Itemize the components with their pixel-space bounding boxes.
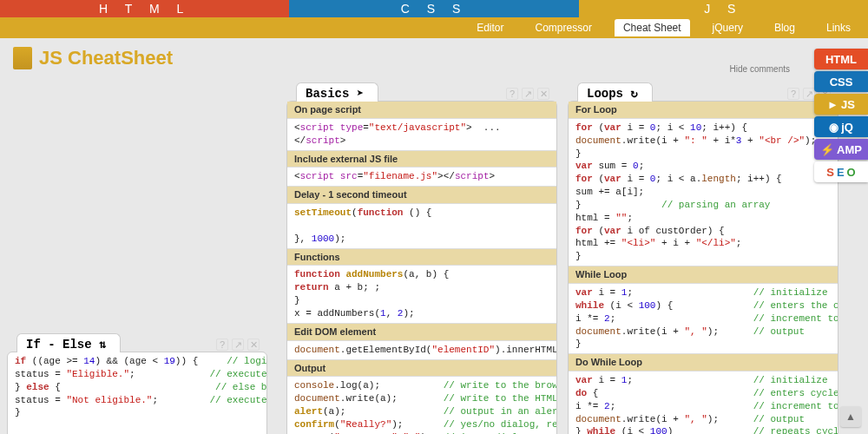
side-badge-js[interactable]: ►JS xyxy=(814,94,868,115)
section-header: Do While Loop xyxy=(569,353,838,372)
card-loops: Loops ↻ ? ↗ ✕ For Loop for (var i = 0; i… xyxy=(568,101,838,434)
subnav-blog[interactable]: Blog xyxy=(766,19,804,36)
arrow-up-icon: ▲ xyxy=(845,411,856,423)
top-tab-css[interactable]: C S S xyxy=(289,0,578,17)
code-block: <script src="filename.js"></script> xyxy=(287,168,556,186)
code-block: function addNumbers(a, b) { return a + b… xyxy=(287,266,556,322)
globe-icon: ◉ xyxy=(829,121,838,134)
link-icon[interactable]: ↗ xyxy=(522,88,534,100)
help-icon[interactable]: ? xyxy=(216,339,228,351)
side-badge-jquery[interactable]: ◉jQ xyxy=(814,116,868,137)
side-badges: HTML CSS ►JS ◉jQ ⚡AMP SEO xyxy=(814,49,868,182)
link-icon[interactable]: ↗ xyxy=(803,88,815,100)
lightning-icon: ⚡ xyxy=(820,143,834,156)
section-header: Output xyxy=(287,359,556,378)
code-block: document.getElementById("elementID").inn… xyxy=(287,341,556,359)
section-header: On page script xyxy=(287,102,556,119)
card-actions: ? ↗ ✕ xyxy=(506,88,549,100)
card-body: On page script <script type="text/javasc… xyxy=(287,102,556,434)
side-badge-amp[interactable]: ⚡AMP xyxy=(814,139,868,160)
subnav-jquery[interactable]: jQuery xyxy=(704,19,752,36)
card-title-ifelse: If - Else ⇅ xyxy=(16,333,121,352)
top-tab-js[interactable]: J S xyxy=(579,0,868,17)
close-icon[interactable]: ✕ xyxy=(537,88,549,100)
card-basics: Basics ➤ ? ↗ ✕ On page script <script ty… xyxy=(286,101,557,434)
section-header: Edit DOM element xyxy=(287,323,556,341)
section-header: For Loop xyxy=(569,102,838,119)
hide-comments-button[interactable]: Hide comments xyxy=(730,64,790,74)
logo-row: JS CheatSheet xyxy=(13,47,855,69)
card-title-loops: Loops ↻ xyxy=(577,82,653,102)
bag-icon xyxy=(13,47,32,69)
help-icon[interactable]: ? xyxy=(506,88,518,100)
help-icon[interactable]: ? xyxy=(787,88,799,100)
section-header: While Loop xyxy=(569,266,838,284)
code-block: for (var i = 0; i < 10; i++) { document.… xyxy=(569,119,838,266)
close-icon[interactable]: ✕ xyxy=(247,339,260,351)
card-body: For Loop for (var i = 0; i < 10; i++) { … xyxy=(569,102,838,434)
side-badge-seo[interactable]: SEO xyxy=(814,161,868,182)
side-badge-css[interactable]: CSS xyxy=(814,71,868,92)
card-title-basics: Basics ➤ xyxy=(296,82,378,102)
card-body: if ((age >= 14) && (age < 19)) { // logi… xyxy=(8,352,266,422)
code-block: var i = 1; // initialize do { // enters … xyxy=(569,372,838,434)
back-to-top-button[interactable]: ▲ xyxy=(840,406,861,427)
top-tab-html[interactable]: H T M L xyxy=(0,0,289,17)
link-icon[interactable]: ↗ xyxy=(232,339,244,351)
section-header: Include external JS file xyxy=(287,150,556,168)
section-header: Delay - 1 second timeout xyxy=(287,186,556,204)
subnav-editor[interactable]: Editor xyxy=(468,19,512,36)
code-block: if ((age >= 14) && (age < 19)) { // logi… xyxy=(8,352,266,422)
page-title: JS CheatSheet xyxy=(39,47,173,69)
code-block: <script type="text/javascript"> ... </sc… xyxy=(287,119,556,150)
code-block: console.log(a); // write to the browser … xyxy=(287,377,556,434)
section-header: Functions xyxy=(287,248,556,266)
subnav-cheatsheet[interactable]: Cheat Sheet xyxy=(615,19,690,36)
code-block: setTimeout(function () { }, 1000); xyxy=(287,204,556,248)
page: JS CheatSheet Hide comments xyxy=(0,38,868,78)
subnav-compressor[interactable]: Compressor xyxy=(527,19,601,36)
side-badge-html[interactable]: HTML xyxy=(814,49,868,69)
card-actions: ? ↗ ✕ xyxy=(216,339,260,351)
play-icon: ► xyxy=(827,98,838,111)
top-tabs: H T M L C S S J S xyxy=(0,0,868,17)
card-ifelse: If - Else ⇅ ? ↗ ✕ if ((age >= 14) && (ag… xyxy=(7,352,267,434)
sub-nav: Editor Compressor Cheat Sheet jQuery Blo… xyxy=(0,17,868,38)
subnav-links[interactable]: Links xyxy=(818,19,859,36)
code-block: var i = 1; // initialize while (i < 100)… xyxy=(569,284,838,353)
